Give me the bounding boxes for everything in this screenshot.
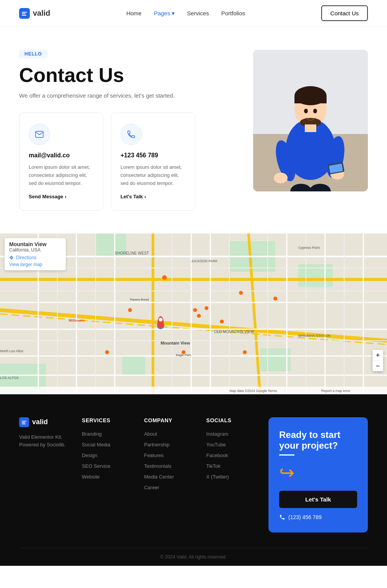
svg-text:Map data ©2024 Google: Map data ©2024 Google xyxy=(229,389,267,393)
footer-description: Valid Elementor Kit. Powered by Sociolib… xyxy=(19,433,65,449)
svg-rect-12 xyxy=(305,124,316,132)
svg-rect-88 xyxy=(22,421,26,421)
contact-cards: mail@valid.co Lorem ipsum dolor sit amet… xyxy=(19,113,195,210)
footer-services-branding[interactable]: Branding xyxy=(82,431,102,437)
footer-top: valid Valid Elementor Kit. Powered by So… xyxy=(19,417,368,548)
footer-social-facebook[interactable]: Facebook xyxy=(206,452,228,458)
directions-icon xyxy=(9,255,14,260)
send-message-link[interactable]: Send Message › xyxy=(29,194,94,199)
svg-rect-3 xyxy=(36,131,43,137)
arrow-icon-2: › xyxy=(144,194,146,199)
footer-services-list: Branding Social Media Design SEO Service… xyxy=(82,430,128,480)
svg-point-71 xyxy=(220,320,224,323)
list-item: Career xyxy=(144,484,190,491)
svg-rect-2 xyxy=(22,15,26,16)
svg-text:LOS ALTOS: LOS ALTOS xyxy=(0,376,19,380)
footer-services-title: SERVICES xyxy=(82,417,128,423)
footer-services-website[interactable]: Website xyxy=(82,474,100,480)
svg-text:SHORELINE WEST: SHORELINE WEST xyxy=(115,251,149,255)
footer-company-list: About Partnership Features Testimonials … xyxy=(144,430,190,491)
svg-point-75 xyxy=(105,350,109,354)
svg-point-67 xyxy=(193,308,197,312)
nav-pages[interactable]: Pages ▾ xyxy=(154,10,175,17)
footer-socials-col: SOCIALS Instagram YouTube Facebook TikTo… xyxy=(206,417,252,484)
map-directions-link[interactable]: Directions xyxy=(9,255,61,260)
footer-company-media[interactable]: Media Center xyxy=(144,474,174,480)
email-card: mail@valid.co Lorem ipsum dolor sit amet… xyxy=(19,113,103,210)
footer-company-features[interactable]: Features xyxy=(144,452,164,458)
hero-subtitle: We offer a comprehensive range of servic… xyxy=(19,92,195,99)
svg-rect-1 xyxy=(22,13,26,14)
footer-phone-number: (123) 456 789 xyxy=(288,514,322,520)
svg-text:Report a map error: Report a map error xyxy=(321,389,350,393)
svg-text:WHISMAN STATION: WHISMAN STATION xyxy=(298,334,330,338)
list-item: Testimonials xyxy=(144,462,190,469)
footer-services-col: SERVICES Branding Social Media Design SE… xyxy=(82,417,128,484)
hero-title: Contact Us xyxy=(19,64,195,86)
footer-services-social-media[interactable]: Social Media xyxy=(82,442,110,448)
svg-point-66 xyxy=(162,275,167,280)
footer-bottom: © 2024 Valid. All rights reserved. xyxy=(19,548,368,566)
logo-svg-icon xyxy=(21,10,28,16)
map-view-larger-link[interactable]: View larger map xyxy=(9,262,61,267)
nav-links: Home Pages ▾ Services Portfolios xyxy=(126,10,245,17)
nav-home[interactable]: Home xyxy=(126,10,141,16)
footer-brand: valid Valid Elementor Kit. Powered by So… xyxy=(19,417,65,449)
nav-cta-button[interactable]: Contact Us xyxy=(321,5,368,21)
footer-logo-svg xyxy=(21,420,27,425)
svg-rect-89 xyxy=(22,422,25,423)
arrow-icon: › xyxy=(65,194,66,199)
phone-icon-footer xyxy=(279,514,285,520)
lets-talk-link[interactable]: Let's Talk › xyxy=(120,194,185,199)
hero-content: HELLO Contact Us We offer a comprehensiv… xyxy=(19,50,195,211)
list-item: Design xyxy=(82,452,128,459)
footer-company-partnership[interactable]: Partnership xyxy=(144,442,169,448)
map-section: SHORELINE WEST JACKSON PARK Cypress Poin… xyxy=(0,234,387,394)
footer-social-tiktok[interactable]: TikTok xyxy=(206,463,220,469)
svg-text:JACKSON PARK: JACKSON PARK xyxy=(191,259,218,263)
footer-copyright: © 2024 Valid. All rights reserved. xyxy=(160,554,226,560)
footer-company-career[interactable]: Career xyxy=(144,485,159,490)
svg-point-80 xyxy=(159,318,163,322)
footer-social-youtube[interactable]: YouTube xyxy=(206,442,226,448)
logo-text: valid xyxy=(33,9,50,18)
map-zoom-in[interactable]: + xyxy=(372,350,383,361)
nav-portfolios[interactable]: Portfolios xyxy=(221,10,245,16)
footer-services-seo[interactable]: SEO Service xyxy=(82,463,110,469)
svg-point-68 xyxy=(197,314,201,318)
svg-text:Cypress Point: Cypress Point xyxy=(298,246,320,250)
list-item: TikTok xyxy=(206,462,252,469)
footer-cta-arrow-icon: ↪ xyxy=(279,462,357,483)
map-location-sub: California, USA xyxy=(9,247,61,253)
footer-logo-icon xyxy=(19,417,29,427)
phone-icon-wrap xyxy=(120,124,142,145)
svg-rect-0 xyxy=(22,12,27,13)
svg-point-76 xyxy=(128,308,132,312)
phone-desc: Lorem ipsum dolor sit amet, consectetur … xyxy=(120,163,185,187)
footer-company-col: COMPANY About Partnership Features Testi… xyxy=(144,417,190,495)
footer-cta-box: Ready to start your project? ↪ Let's Tal… xyxy=(268,417,368,533)
footer-social-instagram[interactable]: Instagram xyxy=(206,431,228,437)
footer-cta-button[interactable]: Let's Talk xyxy=(279,491,357,508)
footer-logo: valid xyxy=(19,417,65,427)
footer-company-about[interactable]: About xyxy=(144,431,157,437)
svg-point-22 xyxy=(313,109,317,113)
footer-cta-divider xyxy=(279,454,294,456)
svg-point-72 xyxy=(273,297,277,301)
svg-point-15 xyxy=(274,173,288,183)
list-item: Instagram xyxy=(206,430,252,437)
list-item: Facebook xyxy=(206,452,252,459)
footer-services-design[interactable]: Design xyxy=(82,452,97,458)
phone-icon xyxy=(127,130,136,139)
logo[interactable]: valid xyxy=(19,8,50,19)
footer-social-twitter[interactable]: X (Twitter) xyxy=(206,474,229,480)
phone-card: +123 456 789 Lorem ipsum dolor sit amet,… xyxy=(111,113,195,210)
footer: valid Valid Elementor Kit. Powered by So… xyxy=(0,394,387,566)
map-inner: SHORELINE WEST JACKSON PARK Cypress Poin… xyxy=(0,234,387,394)
footer-company-testimonials[interactable]: Testimonials xyxy=(144,463,172,469)
nav-services[interactable]: Services xyxy=(187,10,209,16)
svg-point-69 xyxy=(205,306,208,310)
logo-icon xyxy=(19,8,30,19)
map-zoom-out[interactable]: − xyxy=(372,361,383,371)
navbar: valid Home Pages ▾ Services Portfolios C… xyxy=(0,0,387,27)
